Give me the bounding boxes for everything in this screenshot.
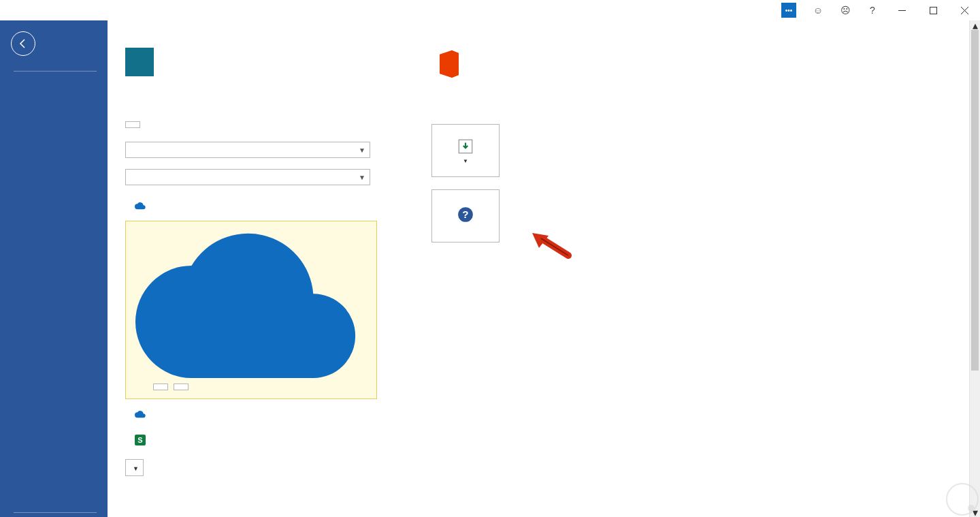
service-item — [125, 405, 377, 424]
chevron-down-icon: ▼ — [359, 174, 365, 181]
connect-button[interactable] — [153, 383, 168, 390]
minimize-button[interactable] — [886, 0, 917, 20]
cloud-icon — [135, 228, 360, 378]
cloud-icon — [135, 409, 146, 420]
scroll-thumb[interactable] — [971, 30, 979, 371]
user-avatar — [125, 48, 154, 76]
sidebar-separator — [14, 512, 97, 513]
svg-marker-6 — [452, 50, 459, 78]
chevron-down-icon: ▼ — [463, 158, 468, 164]
svg-text:S: S — [137, 436, 142, 444]
cloud-icon — [135, 200, 146, 211]
office-logo — [431, 48, 840, 80]
help-icon[interactable]: ? — [859, 0, 886, 20]
content-pane: ▼ ▼ — [108, 20, 969, 517]
service-item — [125, 196, 377, 215]
account-avatar[interactable]: ••• — [781, 3, 796, 18]
update-options-tile[interactable]: ▼ — [431, 124, 500, 177]
service-item: S — [125, 430, 377, 450]
background-select[interactable]: ▼ — [125, 142, 370, 158]
add-service-button[interactable]: ▼ — [125, 459, 144, 476]
service-connect-banner — [125, 221, 377, 399]
maximize-button[interactable] — [917, 0, 949, 20]
scroll-up-icon[interactable]: ▴ — [970, 20, 980, 30]
back-button[interactable] — [11, 31, 35, 56]
svg-text:?: ? — [462, 208, 468, 220]
titlebar-right: ••• ☺ ☹ ? — [777, 0, 980, 20]
theme-select[interactable]: ▼ — [125, 169, 370, 185]
sidebar-separator — [14, 71, 97, 72]
face-smile-icon[interactable]: ☺ — [804, 0, 832, 20]
vertical-scrollbar[interactable]: ▴ ▾ — [969, 20, 980, 517]
backstage-sidebar — [0, 20, 108, 517]
sharepoint-icon: S — [135, 435, 146, 445]
chevron-down-icon: ▼ — [359, 146, 365, 154]
remove-service-button[interactable] — [174, 383, 189, 390]
chevron-down-icon: ▼ — [133, 465, 139, 472]
svg-rect-1 — [930, 7, 936, 14]
titlebar: ••• ☺ ☹ ? — [0, 0, 980, 20]
manage-settings-button[interactable] — [125, 121, 140, 128]
user-column: ▼ ▼ — [125, 40, 377, 476]
face-frown-icon[interactable]: ☹ — [832, 0, 859, 20]
close-button[interactable] — [949, 0, 980, 20]
watermark-icon — [946, 483, 979, 516]
about-word-tile[interactable]: ? — [431, 189, 500, 242]
question-circle-icon: ? — [457, 206, 474, 223]
office-icon — [431, 48, 464, 80]
update-icon — [457, 138, 474, 155]
product-column: ▼ ? — [431, 40, 840, 476]
